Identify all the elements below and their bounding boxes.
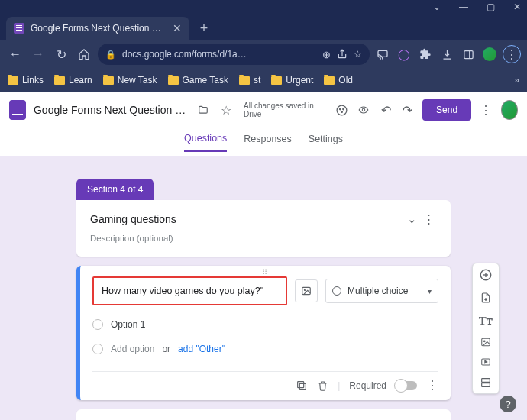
- section-more-icon[interactable]: ⋮: [420, 212, 437, 226]
- browser-toolbar: ← → ↻ 🔒 docs.google.com/forms/d/1a… ⊕ ☆ …: [0, 40, 527, 69]
- window-dropdown-icon[interactable]: ⌄: [433, 2, 441, 12]
- redo-icon[interactable]: ↷: [400, 103, 415, 118]
- svg-rect-8: [302, 287, 311, 294]
- delete-icon[interactable]: [317, 380, 328, 392]
- svg-point-6: [341, 111, 342, 112]
- add-section-icon[interactable]: [480, 376, 492, 389]
- forms-favicon-icon: [14, 23, 24, 34]
- bookmarks-overflow-icon[interactable]: »: [514, 75, 519, 86]
- add-image-button[interactable]: [295, 279, 318, 302]
- add-video-icon[interactable]: [480, 357, 492, 367]
- forms-logo-icon[interactable]: [9, 100, 26, 120]
- svg-rect-19: [482, 383, 490, 387]
- forms-header: Google Forms Next Question Based or ☆ Al…: [0, 92, 527, 128]
- star-icon[interactable]: ☆: [219, 103, 234, 118]
- undo-icon[interactable]: ↶: [379, 103, 393, 118]
- tab-close-icon[interactable]: ✕: [173, 22, 182, 34]
- share-icon[interactable]: [337, 49, 348, 60]
- browser-tab[interactable]: Google Forms Next Question Bas ✕: [6, 17, 189, 40]
- svg-rect-10: [300, 383, 306, 389]
- question-text-input[interactable]: How many video games do you play?": [102, 286, 278, 296]
- question-type-label: Multiple choice: [348, 286, 408, 296]
- folder-icon: [8, 76, 18, 85]
- bookmark-st[interactable]: st: [239, 75, 260, 86]
- required-toggle[interactable]: [396, 381, 417, 390]
- side-toolbar: Tᴛ: [472, 263, 500, 394]
- cast-icon[interactable]: [374, 46, 391, 63]
- add-title-icon[interactable]: Tᴛ: [479, 314, 493, 328]
- required-label: Required: [349, 380, 386, 391]
- section-header-card[interactable]: Gaming questions ⌄ ⋮ Description (option…: [76, 200, 451, 257]
- svg-rect-15: [482, 338, 490, 345]
- chevron-down-icon: ▾: [428, 287, 432, 296]
- bookmark-learn[interactable]: Learn: [54, 75, 92, 86]
- home-button[interactable]: [75, 45, 93, 63]
- tab-questions[interactable]: Questions: [184, 133, 227, 152]
- bookmark-game-task[interactable]: Game Task: [168, 75, 228, 86]
- tab-settings[interactable]: Settings: [309, 134, 343, 150]
- save-status: All changes saved in Drive: [244, 102, 320, 118]
- folder-icon: [271, 76, 282, 85]
- tab-responses[interactable]: Responses: [244, 134, 292, 150]
- window-minimize-icon[interactable]: —: [459, 2, 468, 12]
- duplicate-icon[interactable]: [296, 380, 308, 392]
- folder-icon: [324, 76, 335, 85]
- preview-icon[interactable]: [357, 105, 371, 115]
- account-avatar-icon[interactable]: [501, 100, 518, 120]
- chrome-menu-button[interactable]: ⋮: [503, 45, 521, 63]
- add-question-icon[interactable]: [479, 268, 493, 282]
- form-canvas: Section 4 of 4 Gaming questions ⌄ ⋮ Desc…: [0, 156, 527, 420]
- add-option-text[interactable]: Add option: [111, 344, 154, 354]
- question-type-dropdown[interactable]: Multiple choice ▾: [325, 279, 438, 303]
- drag-handle-icon[interactable]: ⠿: [262, 268, 269, 276]
- svg-point-3: [337, 105, 347, 115]
- section-description[interactable]: Description (optional): [90, 234, 437, 243]
- panel-icon[interactable]: [460, 46, 477, 63]
- svg-point-7: [363, 108, 366, 111]
- svg-rect-1: [464, 50, 472, 58]
- question-more-icon[interactable]: ⋮: [426, 378, 438, 393]
- option-row-1[interactable]: Option 1: [92, 319, 438, 330]
- import-questions-icon[interactable]: [480, 291, 492, 305]
- bookmark-new-task[interactable]: New Task: [103, 75, 157, 86]
- window-close-icon[interactable]: ✕: [513, 2, 521, 12]
- bookmark-links[interactable]: Links: [8, 75, 44, 86]
- folder-icon: [103, 76, 114, 85]
- help-button[interactable]: ?: [500, 396, 516, 412]
- untitled-question-card[interactable]: Untitled Question: [76, 409, 451, 420]
- zoom-icon[interactable]: ⊕: [322, 49, 331, 60]
- add-option-row[interactable]: Add option or add "Other": [92, 344, 438, 354]
- forward-button[interactable]: →: [29, 45, 47, 63]
- extension-circle-icon[interactable]: ◯: [396, 46, 412, 63]
- new-tab-button[interactable]: +: [194, 18, 214, 38]
- theme-icon[interactable]: [335, 104, 350, 117]
- profile-avatar-icon[interactable]: [481, 46, 498, 63]
- or-text: or: [162, 344, 170, 354]
- question-card[interactable]: ⠿ How many video games do you play?" Mul…: [76, 266, 451, 400]
- form-title[interactable]: Google Forms Next Question Based or: [34, 104, 189, 116]
- url-bar[interactable]: 🔒 docs.google.com/forms/d/1a… ⊕ ☆: [98, 44, 370, 65]
- option-radio-icon: [92, 319, 103, 330]
- add-other-link[interactable]: add "Other": [178, 344, 225, 354]
- bookmark-star-icon[interactable]: ☆: [354, 49, 362, 60]
- reload-button[interactable]: ↻: [52, 45, 70, 63]
- form-section-tabs: Questions Responses Settings: [0, 128, 527, 156]
- move-folder-icon[interactable]: [197, 105, 212, 115]
- collapse-icon[interactable]: ⌄: [403, 212, 420, 226]
- send-button[interactable]: Send: [422, 99, 471, 121]
- window-maximize-icon[interactable]: ▢: [487, 2, 495, 12]
- browser-tabstrip: Google Forms Next Question Bas ✕ +: [0, 14, 527, 40]
- bookmark-urgent[interactable]: Urgent: [271, 75, 313, 86]
- tab-title: Google Forms Next Question Bas: [31, 23, 167, 34]
- header-more-icon[interactable]: ⋮: [479, 103, 493, 118]
- extensions-icon[interactable]: [417, 46, 434, 63]
- url-text: docs.google.com/forms/d/1a…: [122, 49, 316, 60]
- option-1-text[interactable]: Option 1: [111, 319, 145, 330]
- bookmark-old[interactable]: Old: [324, 75, 353, 86]
- section-badge: Section 4 of 4: [76, 179, 154, 200]
- downloads-icon[interactable]: [438, 46, 455, 63]
- back-button[interactable]: ←: [6, 45, 24, 63]
- lock-icon: 🔒: [105, 50, 116, 60]
- section-title[interactable]: Gaming questions: [90, 213, 403, 225]
- add-image-icon[interactable]: [480, 337, 492, 347]
